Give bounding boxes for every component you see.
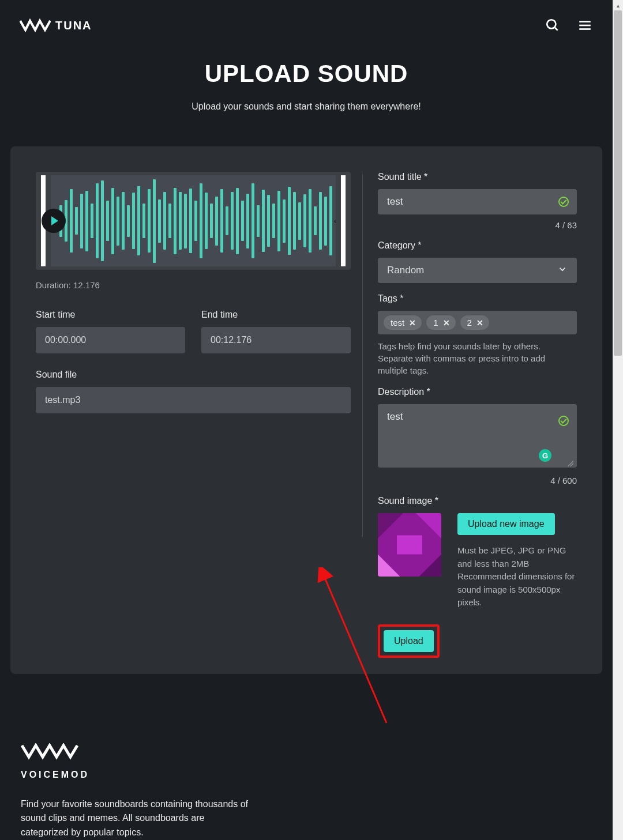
tag-remove-icon[interactable]: ✕: [475, 318, 485, 327]
tag-label: test: [391, 318, 404, 327]
waveform-bar: [137, 186, 140, 255]
tag-remove-icon[interactable]: ✕: [408, 318, 417, 327]
waveform-bar: [91, 204, 93, 238]
waveform[interactable]: › ‹: [36, 172, 351, 270]
start-time-input[interactable]: [36, 327, 185, 353]
waveform-bar: [168, 204, 171, 238]
waveform-bar: [80, 194, 83, 248]
waveform-bar: [101, 180, 104, 261]
waveform-bar: [132, 193, 135, 249]
waveform-bar: [96, 183, 99, 258]
waveform-bar: [75, 207, 78, 235]
tags-input[interactable]: test✕1✕2✕: [378, 311, 577, 334]
category-select[interactable]: Random: [378, 258, 577, 283]
tags-help: Tags help find your sounds later by othe…: [378, 340, 577, 376]
tag-label: 1: [433, 318, 438, 327]
waveform-bar: [200, 183, 202, 258]
check-icon: [558, 197, 569, 207]
waveform-bar: [329, 186, 332, 255]
waveform-bar: [267, 195, 270, 247]
scrollbar-thumb[interactable]: [614, 10, 622, 356]
waveform-bar: [220, 189, 223, 253]
waveform-bar: [309, 189, 312, 253]
tag-label: 2: [467, 318, 472, 327]
upload-card: › ‹ Duration: 12.176 Start time End time…: [10, 146, 602, 674]
trim-handle-right[interactable]: ‹: [336, 175, 351, 266]
waveform-bar: [319, 192, 322, 250]
check-icon: [558, 416, 569, 426]
duration-label: Duration: 12.176: [36, 280, 351, 290]
waveform-bar: [226, 206, 228, 235]
logo-text: TUNA: [55, 19, 92, 32]
waveform-bar: [257, 205, 260, 237]
waveform-bar: [142, 204, 145, 238]
waveform-bar: [163, 192, 166, 250]
sound-file-label: Sound file: [36, 370, 351, 380]
resize-handle-icon[interactable]: [568, 461, 573, 466]
waveform-bar: [236, 188, 239, 254]
waveform-bar: [252, 183, 254, 258]
page-title: UPLOAD SOUND: [0, 60, 613, 88]
waveform-bar: [298, 202, 301, 240]
tag-chip: test✕: [384, 315, 422, 330]
page-subtitle: Upload your sounds and start sharing the…: [0, 101, 613, 112]
footer-text: Find your favorite soundboards containin…: [21, 797, 252, 840]
sound-image-thumbnail: [378, 513, 441, 577]
title-area: UPLOAD SOUND Upload your sounds and star…: [0, 40, 613, 126]
left-column: › ‹ Duration: 12.176 Start time End time…: [36, 172, 351, 658]
waveform-bar: [246, 194, 249, 248]
waveform-bar: [288, 187, 291, 255]
annotation-highlight: Upload: [378, 624, 440, 658]
start-time-label: Start time: [36, 310, 185, 320]
category-label: Category *: [378, 240, 577, 251]
waveform-bar: [303, 194, 306, 247]
sound-title-input[interactable]: [378, 189, 577, 214]
grammarly-icon[interactable]: G: [539, 449, 551, 462]
menu-icon[interactable]: [577, 17, 593, 33]
waveform-bar: [158, 199, 161, 243]
waveform-bar: [70, 189, 73, 253]
header: TUNA: [0, 0, 613, 40]
header-actions: [545, 17, 593, 33]
svg-marker-8: [397, 536, 422, 555]
waveform-bar: [117, 197, 119, 246]
waveform-bar: [106, 201, 109, 241]
tag-chip: 2✕: [460, 315, 489, 330]
waveform-bar: [231, 192, 234, 250]
waveform-bar: [215, 197, 218, 246]
description-counter: 4 / 600: [378, 476, 577, 485]
tag-remove-icon[interactable]: ✕: [442, 318, 451, 327]
waveform-bar: [111, 188, 114, 254]
upload-image-button[interactable]: Upload new image: [457, 513, 555, 535]
sound-file-input[interactable]: [36, 387, 351, 413]
waveform-bar: [153, 179, 156, 263]
play-button[interactable]: [42, 209, 66, 233]
upload-button[interactable]: Upload: [384, 630, 434, 652]
sound-title-counter: 4 / 63: [378, 220, 577, 230]
sound-image-help: Must be JPEG, JPG or PNG and less than 2…: [457, 544, 577, 609]
tags-label: Tags *: [378, 293, 577, 304]
scrollbar[interactable]: ▴ ▾: [613, 0, 623, 840]
search-icon[interactable]: [545, 17, 561, 33]
waveform-bar: [324, 197, 327, 246]
waveform-bar: [85, 191, 88, 251]
svg-point-0: [547, 20, 556, 28]
waveform-bar: [194, 201, 197, 241]
scroll-up-icon[interactable]: ▴: [613, 0, 623, 10]
svg-line-1: [554, 27, 557, 30]
sound-image-label: Sound image *: [378, 496, 577, 506]
end-time-input[interactable]: [201, 327, 351, 353]
waveform-bar: [189, 189, 192, 253]
description-label: Description *: [378, 387, 577, 397]
waveform-bar: [314, 206, 317, 235]
footer-logo: VOICEMOD: [21, 743, 592, 780]
logo[interactable]: TUNA: [20, 18, 92, 32]
waveform-bar: [241, 201, 244, 241]
tag-chip: 1✕: [426, 315, 455, 330]
waveform-bar: [262, 190, 265, 252]
waveform-bars[interactable]: [51, 175, 336, 266]
waveform-bar: [210, 204, 213, 238]
waveform-bar: [174, 188, 177, 254]
waveform-bar: [127, 205, 130, 237]
waveform-bar: [179, 192, 182, 250]
